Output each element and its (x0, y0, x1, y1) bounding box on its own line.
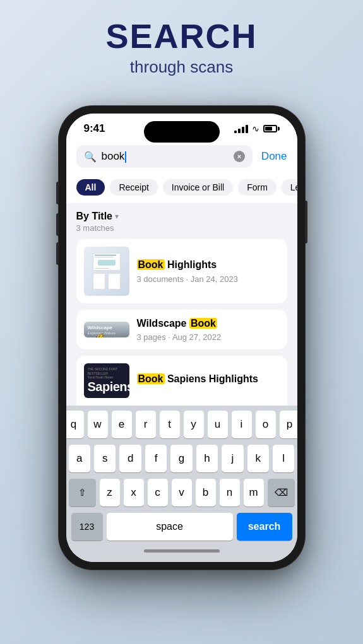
done-button[interactable]: Done (261, 150, 287, 163)
sort-header[interactable]: By Title ▾ (76, 211, 287, 222)
delete-key[interactable]: ⌫ (268, 479, 295, 506)
key-row-1: q w e r t y u i o p (69, 411, 295, 438)
key-v[interactable]: v (172, 479, 192, 506)
signal-bar-4 (246, 125, 248, 133)
key-x[interactable]: x (124, 479, 144, 506)
card-info-sapiens: Book Sapiens Highlights (137, 373, 280, 388)
keyboard: q w e r t y u i o p a s d f g (66, 406, 297, 562)
key-o[interactable]: o (256, 411, 276, 438)
result-card-book-highlights[interactable]: Book Highlights 3 documents · Jan 24, 20… (76, 239, 287, 303)
key-n[interactable]: n (220, 479, 240, 506)
battery-body (263, 125, 277, 132)
status-time: 9:41 (84, 122, 105, 135)
key-u[interactable]: u (208, 411, 228, 438)
signal-bars-icon (234, 125, 248, 133)
key-r[interactable]: r (136, 411, 156, 438)
key-i[interactable]: i (232, 411, 252, 438)
filter-chips: All Receipt Invoice or Bill Form Letter (66, 174, 297, 203)
card-title-sapiens: Book Sapiens Highlights (137, 373, 280, 385)
result-card-sapiens[interactable]: THE SECOND FORT BESTSELLERYuval Noah Har… (76, 356, 287, 406)
thumbnail-sapiens: THE SECOND FORT BESTSELLERYuval Noah Har… (84, 363, 129, 398)
key-j[interactable]: j (222, 445, 243, 472)
key-s[interactable]: s (94, 445, 116, 472)
signal-bar-2 (238, 129, 241, 133)
search-key[interactable]: search (237, 513, 292, 541)
key-p[interactable]: p (280, 411, 297, 438)
search-icon: 🔍 (84, 151, 97, 163)
sort-label: By Title (76, 211, 113, 222)
key-h[interactable]: h (196, 445, 218, 472)
filter-chip-invoice[interactable]: Invoice or Bill (163, 179, 233, 196)
signal-bar-1 (234, 131, 237, 133)
card-meta-wildscape: 3 pages · Aug 27, 2022 (137, 332, 280, 342)
header-section: SEARCH through scans (0, 18, 363, 77)
cursor (125, 151, 126, 163)
search-bar[interactable]: 🔍 book × (76, 145, 253, 168)
key-t[interactable]: t (160, 411, 180, 438)
status-icons: ∿ (234, 124, 280, 134)
results-section: By Title ▾ 3 matches (66, 203, 297, 406)
key-f[interactable]: f (145, 445, 167, 472)
key-d[interactable]: d (119, 445, 141, 472)
card-title-book-highlights: Book Highlights (137, 259, 280, 271)
key-b[interactable]: b (196, 479, 216, 506)
key-c[interactable]: c (148, 479, 168, 506)
search-clear-button[interactable]: × (234, 151, 245, 162)
status-bar: 9:41 ∿ (66, 114, 297, 140)
phone-screen: 9:41 ∿ (66, 114, 297, 562)
bottom-bar (69, 547, 295, 562)
search-input[interactable]: book (102, 150, 229, 163)
highlight-book: Book (137, 259, 165, 270)
card-info-wildscape: Wildscape Book 3 pages · Aug 27, 2022 (137, 317, 280, 342)
header-title: SEARCH (0, 18, 363, 55)
key-l[interactable]: l (273, 445, 294, 472)
home-indicator (144, 549, 220, 553)
battery-fill (265, 127, 272, 131)
wifi-icon: ∿ (252, 124, 259, 134)
key-z[interactable]: z (100, 479, 120, 506)
key-row-2: a s d f g h j k l (69, 445, 295, 472)
key-a[interactable]: a (69, 445, 90, 472)
chevron-down-icon: ▾ (115, 212, 119, 221)
result-card-wildscape[interactable]: 🐆 Wildscape Exploring Nature Wildscape B… (76, 310, 287, 349)
key-q[interactable]: q (66, 411, 84, 438)
space-key[interactable]: space (107, 513, 233, 541)
header-subtitle: through scans (0, 57, 363, 77)
num-key[interactable]: 123 (71, 513, 103, 541)
highlight-book-2: Book (189, 318, 217, 329)
key-w[interactable]: w (88, 411, 108, 438)
dynamic-island (144, 121, 220, 143)
highlight-book-3: Book (137, 373, 165, 384)
signal-bar-3 (242, 127, 244, 133)
shift-key[interactable]: ⇧ (69, 479, 96, 506)
key-k[interactable]: k (247, 445, 269, 472)
key-row-4: 123 space search (69, 513, 295, 541)
card-meta-book-highlights: 3 documents · Jan 24, 2023 (137, 274, 280, 284)
filter-chip-form[interactable]: Form (238, 179, 277, 196)
key-g[interactable]: g (170, 445, 192, 472)
key-y[interactable]: y (184, 411, 204, 438)
battery-tip (278, 127, 280, 131)
key-row-3: ⇧ z x c v b n m ⌫ (69, 479, 295, 506)
thumbnail-book-highlights (84, 247, 129, 296)
filter-chip-letter[interactable]: Letter (282, 179, 297, 196)
thumb-page-1 (93, 253, 121, 271)
thumb-small-pages (93, 273, 121, 290)
filter-chip-receipt[interactable]: Receipt (110, 179, 157, 196)
phone-shell: 9:41 ∿ (59, 106, 305, 570)
filter-chip-all[interactable]: All (76, 179, 105, 196)
matches-count: 3 matches (76, 223, 287, 233)
card-info-book-highlights: Book Highlights 3 documents · Jan 24, 20… (137, 259, 280, 283)
thumbnail-wildscape: 🐆 Wildscape Exploring Nature (84, 322, 129, 337)
key-e[interactable]: e (112, 411, 132, 438)
battery-icon (263, 125, 280, 132)
key-m[interactable]: m (244, 479, 264, 506)
animal-icon: 🐆 (95, 329, 117, 337)
search-area: 🔍 book × Done (66, 140, 297, 174)
phone-container: 9:41 ∿ (59, 106, 305, 570)
card-title-wildscape: Wildscape Book (137, 317, 280, 329)
